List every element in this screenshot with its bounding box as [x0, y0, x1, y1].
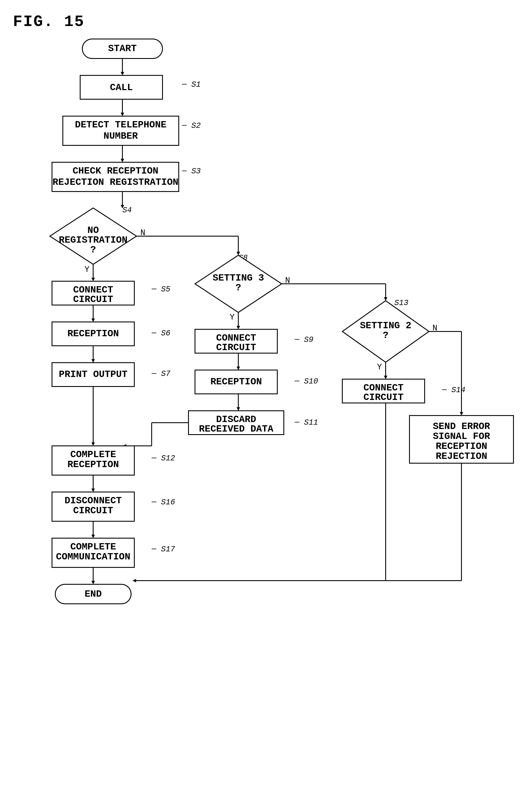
check-rejection-line1: CHECK RECEPTION: [73, 165, 158, 176]
step-s9: ─ S9: [294, 336, 313, 344]
step-s2: ─ S2: [182, 121, 201, 130]
setting3-line1: SETTING 3: [213, 273, 264, 283]
disconnect-s16-line1: DISCONNECT: [65, 495, 122, 506]
reception-s10: RECEPTION: [210, 376, 262, 387]
no-reg-line1: NO: [88, 225, 99, 236]
svg-marker-62: [91, 535, 95, 538]
discard-s11-line2: RECEIVED DATA: [199, 423, 273, 434]
step-s4: S4: [122, 206, 132, 215]
step-s13: S13: [394, 299, 409, 307]
send-error-line4: REJECTION: [436, 451, 487, 462]
step-s12: ─ S12: [151, 454, 175, 463]
call-label: CALL: [110, 82, 133, 93]
svg-marker-20: [91, 319, 95, 322]
complete-reception-line1: COMPLETE: [70, 449, 116, 460]
discard-s11-line1: DISCARD: [216, 414, 256, 425]
end-label: END: [85, 589, 102, 599]
step-s11: ─ S11: [294, 418, 318, 427]
svg-marker-38: [237, 407, 240, 411]
svg-marker-14: [91, 278, 95, 281]
page-title: FIG. 15: [13, 13, 85, 31]
connect-s14-line1: CONNECT: [363, 382, 403, 393]
connect-s9-line1: CONNECT: [216, 332, 256, 343]
flowchart: .fc-text { font-family: 'Courier New', C…: [0, 35, 523, 812]
svg-marker-26: [91, 443, 95, 446]
check-rejection-line2: REJECTION REGISTRATION: [53, 177, 179, 187]
reception-s6: RECEPTION: [67, 328, 119, 339]
svg-marker-5: [121, 113, 124, 116]
step-s7: ─ S7: [151, 369, 170, 378]
connect-s5-line1: CONNECT: [73, 285, 113, 295]
print-s7: PRINT OUTPUT: [59, 369, 128, 380]
svg-marker-8: [121, 159, 124, 162]
step-s16: ─ S16: [151, 498, 175, 507]
svg-marker-49: [460, 412, 463, 416]
step-s10: ─ S10: [294, 377, 318, 386]
no-reg-line2: REGISTRATION: [59, 235, 128, 246]
step-s3: ─ S3: [182, 167, 201, 176]
no-reg-line3: ?: [90, 245, 96, 255]
svg-marker-46: [384, 376, 387, 379]
complete-comm-line2: COMMUNICATION: [56, 552, 130, 562]
connect-s5-line2: CIRCUIT: [73, 294, 113, 305]
step-s17: ─ S17: [151, 545, 175, 554]
send-error-line1: SEND ERROR: [433, 421, 490, 432]
step-s1: ─ S1: [182, 80, 201, 89]
connect-s9-line2: CIRCUIT: [216, 342, 256, 353]
branch-y-s4: Y: [85, 265, 89, 274]
svg-marker-35: [237, 366, 240, 370]
svg-marker-65: [91, 581, 95, 584]
send-error-line3: RECEPTION: [436, 441, 487, 452]
setting2-line1: SETTING 2: [360, 320, 411, 331]
svg-marker-2: [121, 72, 124, 75]
complete-reception-line2: RECEPTION: [67, 459, 119, 470]
disconnect-s16-line2: CIRCUIT: [73, 505, 113, 516]
setting3-line2: ?: [235, 282, 241, 293]
step-s6: ─ S6: [151, 329, 170, 338]
branch-y-s8: Y: [230, 313, 235, 322]
step-s5: ─ S5: [151, 285, 170, 294]
svg-marker-29: [237, 326, 240, 329]
svg-marker-53: [132, 579, 136, 582]
setting2-line2: ?: [383, 330, 389, 341]
branch-y-s13: Y: [377, 362, 382, 372]
svg-marker-59: [91, 489, 95, 492]
connect-s14-line2: CIRCUIT: [363, 392, 403, 403]
detect-tel-line2: NUMBER: [104, 131, 138, 142]
detect-tel-line1: DETECT TELEPHONE: [75, 120, 166, 130]
step-s14: ─ S14: [442, 386, 465, 395]
svg-marker-23: [91, 359, 95, 363]
send-error-line2: SIGNAL FOR: [433, 431, 490, 442]
start-label: START: [108, 43, 137, 54]
complete-comm-line1: COMPLETE: [70, 541, 116, 552]
